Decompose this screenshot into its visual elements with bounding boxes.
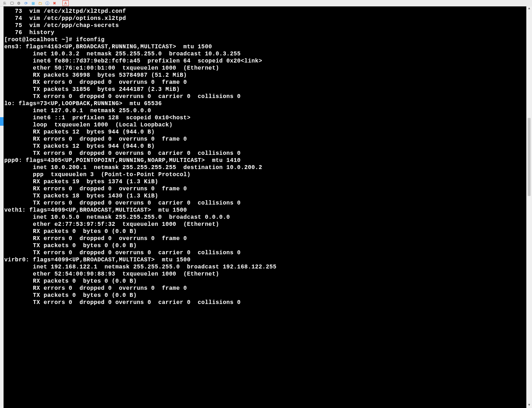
scroll-up-arrow[interactable]: ▲	[526, 6, 532, 11]
folder-icon[interactable]: 🗀	[38, 1, 43, 6]
terminal-line: RX errors 0 dropped 0 overruns 0 frame 0	[4, 185, 526, 192]
terminal-line: ether 52:54:00:90:88:93 txqueuelen 1000 …	[4, 271, 526, 278]
link-icon[interactable]: ⎘	[2, 1, 7, 6]
terminal-line: RX packets 0 bytes 0 (0.0 B)	[4, 228, 526, 235]
terminal-line: RX errors 0 dropped 0 overruns 0 frame 0	[4, 79, 526, 86]
scroll-track[interactable]	[527, 11, 531, 403]
terminal-line: lo: flags=73<UP,LOOPBACK,RUNNING> mtu 65…	[4, 100, 526, 107]
terminal-line: ether e2:77:53:97:5f:32 txqueuelen 1000 …	[4, 221, 526, 228]
terminal-line: TX packets 18 bytes 1430 (1.3 KiB)	[4, 192, 526, 200]
terminal-line: RX packets 36998 bytes 53784987 (51.2 Mi…	[4, 72, 526, 79]
terminal-line: inet 10.0.3.2 netmask 255.255.255.0 broa…	[4, 50, 526, 58]
terminal-line: 75 vim /etc/ppp/chap-secrets	[4, 22, 526, 29]
terminal-line: RX errors 0 dropped 0 overruns 0 frame 0	[4, 235, 526, 242]
terminal-line: RX packets 0 bytes 0 (0.0 B)	[4, 278, 526, 285]
terminal-line: ens3: flags=4163<UP,BROADCAST,RUNNING,MU…	[4, 43, 526, 50]
terminal-line: loop txqueuelen 1000 (Local Loopback)	[4, 121, 526, 129]
windows-icon[interactable]: ⊞	[31, 1, 35, 6]
terminal-line: [root@localhost ~]# ifconfig	[4, 36, 526, 43]
terminal-line: TX errors 0 dropped 0 overruns 0 carrier…	[4, 249, 526, 256]
terminal-line: RX packets 12 bytes 944 (944.0 B)	[4, 129, 526, 136]
terminal-line: 76 history	[4, 29, 526, 36]
terminal-line: TX errors 0 dropped 0 overruns 0 carrier…	[4, 93, 526, 100]
terminal-line: inet 10.0.200.1 netmask 255.255.255.255 …	[4, 164, 526, 171]
terminal-line: inet 127.0.0.1 netmask 255.0.0.0	[4, 107, 526, 114]
terminal-line: TX errors 0 dropped 0 overruns 0 carrier…	[4, 150, 526, 157]
terminal-line: 73 vim /etc/xl2tpd/xl2tpd.conf	[4, 8, 526, 15]
info-icon[interactable]: ⓘ	[45, 1, 50, 6]
monitor-icon[interactable]: 🖵	[9, 1, 14, 6]
terminal-line: TX packets 0 bytes 0 (0.0 B)	[4, 292, 526, 299]
side-tab-indicator	[0, 117, 4, 126]
close-icon[interactable]: ✖	[52, 1, 57, 6]
terminal-line: TX packets 0 bytes 0 (0.0 B)	[4, 242, 526, 249]
terminal-line: TX packets 12 bytes 944 (944.0 B)	[4, 143, 526, 150]
pdf-icon[interactable]: A	[62, 0, 69, 6]
terminal-line: RX errors 0 dropped 0 overruns 0 frame 0	[4, 136, 526, 143]
terminal-line: inet6 fe80::7d37:9eb2:fcf0:a45 prefixlen…	[4, 58, 526, 65]
terminal-line: RX packets 19 bytes 1374 (1.3 KiB)	[4, 178, 526, 185]
scroll-thumb[interactable]	[528, 118, 531, 196]
scroll-down-arrow[interactable]: ▼	[526, 403, 532, 408]
terminal-line: veth1: flags=4099<UP,BROADCAST,MULTICAST…	[4, 207, 526, 214]
terminal-line: ppp0: flags=4305<UP,POINTOPOINT,RUNNING,…	[4, 157, 526, 164]
terminal-line: virbr0: flags=4099<UP,BROADCAST,MULTICAS…	[4, 256, 526, 263]
vm-toolbar: ⎘ 🖵 ⚙ ⟳ ⊞ 🗀 ⓘ ✖ A	[0, 0, 532, 7]
terminal-line: inet 10.0.5.0 netmask 255.255.255.0 broa…	[4, 214, 526, 221]
gear-icon[interactable]: ⚙	[16, 1, 21, 6]
terminal-output[interactable]: 73 vim /etc/xl2tpd/xl2tpd.conf 74 vim /e…	[4, 6, 526, 408]
terminal-line: 74 vim /etc/ppp/options.xl2tpd	[4, 15, 526, 22]
terminal-line: TX errors 0 dropped 0 overruns 0 carrier…	[4, 200, 526, 207]
terminal-line: RX errors 0 dropped 0 overruns 0 frame 0	[4, 285, 526, 292]
terminal-line: inet 192.168.122.1 netmask 255.255.255.0…	[4, 263, 526, 271]
terminal-line: TX errors 0 dropped 0 overruns 0 carrier…	[4, 299, 526, 306]
refresh-icon[interactable]: ⟳	[23, 1, 28, 6]
terminal-line: inet6 ::1 prefixlen 128 scopeid 0x10<hos…	[4, 114, 526, 121]
terminal-line: ppp txqueuelen 3 (Point-to-Point Protoco…	[4, 171, 526, 178]
terminal-line: TX packets 31856 bytes 2444187 (2.3 MiB)	[4, 86, 526, 93]
scrollbar[interactable]: ▲ ▼	[526, 6, 532, 408]
terminal-line: ether 50:76:e1:00:b1:00 txqueuelen 1000 …	[4, 65, 526, 72]
